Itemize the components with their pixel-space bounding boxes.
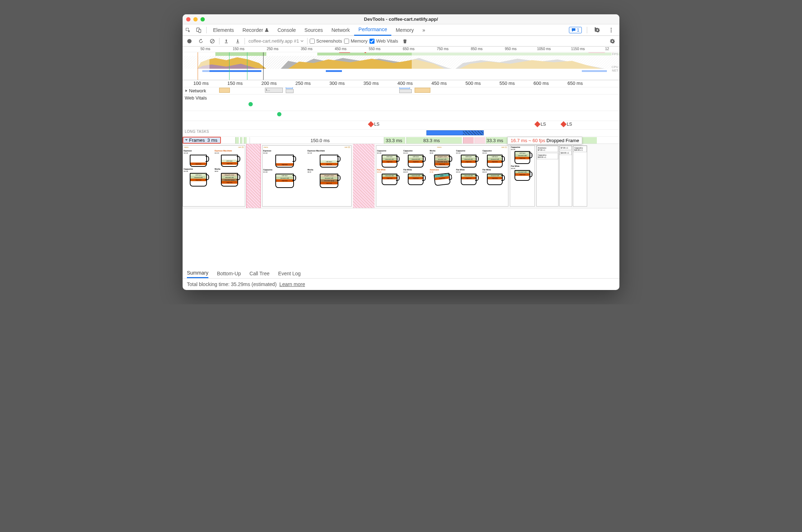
upload-icon[interactable] <box>222 37 231 46</box>
inspect-icon[interactable] <box>183 24 193 36</box>
titlebar: DevTools - coffee-cart.netlify.app/ <box>183 14 619 24</box>
svg-point-3 <box>597 29 598 31</box>
learn-more-link[interactable]: Learn more <box>279 281 305 287</box>
tab-recorder[interactable]: Recorder <box>238 24 273 36</box>
svg-point-7 <box>187 39 192 43</box>
capture-settings-gear-icon[interactable] <box>608 37 617 46</box>
flask-icon <box>265 28 269 32</box>
perf-toolbar: coffee-cart.netlify.app #1 Screenshots M… <box>183 36 619 47</box>
gear-icon[interactable] <box>592 24 603 36</box>
svg-point-4 <box>611 28 612 29</box>
tab-memory[interactable]: Memory <box>391 24 418 36</box>
clear-button[interactable] <box>208 37 217 46</box>
tbt-value: 35.29ms (estimated) <box>231 281 277 287</box>
web-vitals-ls-lane[interactable]: LS LS LS <box>183 121 619 130</box>
panel-tabbar: Elements Recorder Console Sources Networ… <box>183 24 619 36</box>
frames-filmstrip[interactable]: menucart (0) Espresso$19.00 espresso Esp… <box>183 144 619 208</box>
tab-elements[interactable]: Elements <box>209 24 238 36</box>
devtools-window: DevTools - coffee-cart.netlify.app/ Elem… <box>183 14 619 290</box>
details-tab-summary[interactable]: Summary <box>187 269 208 278</box>
tab-console[interactable]: Console <box>273 24 300 36</box>
tracks-pane[interactable]: Network I… Web Vitals LS LS <box>183 87 619 269</box>
tab-sources[interactable]: Sources <box>300 24 327 36</box>
details-tab-calltree[interactable]: Call Tree <box>250 269 270 278</box>
message-icon <box>571 28 576 32</box>
web-vitals-lane-1[interactable] <box>183 101 619 111</box>
details-tab-eventlog[interactable]: Event Log <box>278 269 301 278</box>
tbt-label: Total blocking time: <box>187 281 230 287</box>
chevron-down-icon <box>300 39 304 43</box>
flamechart-ruler[interactable]: 100 ms 150 ms 200 ms 250 ms 300 ms 350 m… <box>183 80 619 87</box>
network-track-header: Network <box>183 87 218 94</box>
chevron-down-icon <box>185 139 188 142</box>
details-tab-bottomup[interactable]: Bottom-Up <box>217 269 241 278</box>
svg-rect-13 <box>339 52 350 53</box>
trash-icon[interactable] <box>400 37 410 46</box>
record-button[interactable] <box>185 37 194 46</box>
reload-record-button[interactable] <box>196 37 206 46</box>
frames-expand-toggle[interactable]: Frames 3 ms <box>183 137 221 144</box>
svg-rect-11 <box>216 52 266 56</box>
overview-ruler: 50 ms 150 ms 250 ms 350 ms 450 ms 550 ms… <box>183 47 619 52</box>
overview-pane[interactable]: 50 ms 150 ms 250 ms 350 ms 450 ms 550 ms… <box>183 47 619 80</box>
tab-network[interactable]: Network <box>327 24 354 36</box>
frame-tooltip: 16.7 ms ~ 60 fps Dropped Frame <box>507 137 582 144</box>
memory-checkbox[interactable]: Memory <box>344 38 367 44</box>
more-tabs-button[interactable]: » <box>418 24 430 36</box>
tab-performance[interactable]: Performance <box>354 24 391 36</box>
screenshots-checkbox[interactable]: Screenshots <box>310 38 342 44</box>
details-tabs: Summary Bottom-Up Call Tree Event Log <box>183 269 619 279</box>
download-icon[interactable] <box>233 37 242 46</box>
svg-rect-14 <box>364 52 366 53</box>
frames-track-header[interactable]: Frames 3 ms 150.0 ms 33.3 ms 83.3 ms 33.… <box>183 137 619 144</box>
issues-badge[interactable]: 1 <box>569 27 582 33</box>
expand-right-icon <box>185 89 188 92</box>
web-vitals-header: Web Vitals <box>183 95 619 101</box>
window-title: DevTools - coffee-cart.netlify.app/ <box>183 16 619 22</box>
svg-point-5 <box>611 29 612 30</box>
recording-select[interactable]: coffee-cart.netlify.app #1 <box>247 38 305 44</box>
svg-point-10 <box>612 40 613 42</box>
kebab-icon[interactable] <box>606 24 617 36</box>
web-vitals-lane-2[interactable] <box>183 111 619 121</box>
webvitals-checkbox[interactable]: Web Vitals <box>369 38 398 44</box>
long-tasks-track[interactable]: LONG TASKS <box>183 130 619 137</box>
svg-rect-1 <box>199 29 201 33</box>
network-track[interactable]: Network I… <box>183 87 619 95</box>
long-tasks-label: LONG TASKS <box>183 130 209 136</box>
svg-point-6 <box>611 31 612 32</box>
device-icon[interactable] <box>193 24 204 36</box>
svg-line-9 <box>211 40 214 43</box>
details-summary-body: Total blocking time: 35.29ms (estimated)… <box>183 279 619 290</box>
